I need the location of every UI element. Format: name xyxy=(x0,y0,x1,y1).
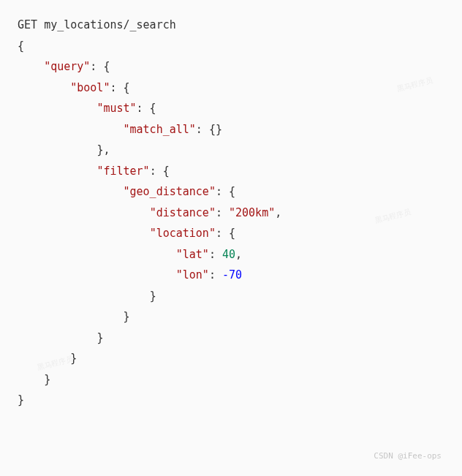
val-lat: 40 xyxy=(222,248,235,261)
key-distance: "distance" xyxy=(150,206,216,219)
request-path: my_locations/_search xyxy=(44,18,176,31)
key-geo-distance: "geo_distance" xyxy=(124,185,216,198)
key-lat: "lat" xyxy=(176,248,209,261)
key-must: "must" xyxy=(96,102,136,115)
code-block: GET my_locations/_search { "query": { "b… xyxy=(18,15,447,411)
brace-open: { xyxy=(18,39,24,53)
key-bool: "bool" xyxy=(70,81,110,94)
key-match-all: "match_all" xyxy=(124,123,196,136)
http-method: GET xyxy=(18,18,37,31)
brace-close: } xyxy=(18,393,24,407)
key-query: "query" xyxy=(44,60,90,73)
key-filter: "filter" xyxy=(96,165,149,178)
watermark-csdn: CSDN @iFee-ops xyxy=(374,449,442,464)
key-lon: "lon" xyxy=(176,268,209,282)
key-location: "location" xyxy=(150,227,216,240)
request-line: GET my_locations/_search xyxy=(18,18,176,31)
val-distance: "200km" xyxy=(229,206,275,219)
val-lon: -70 xyxy=(222,268,242,282)
